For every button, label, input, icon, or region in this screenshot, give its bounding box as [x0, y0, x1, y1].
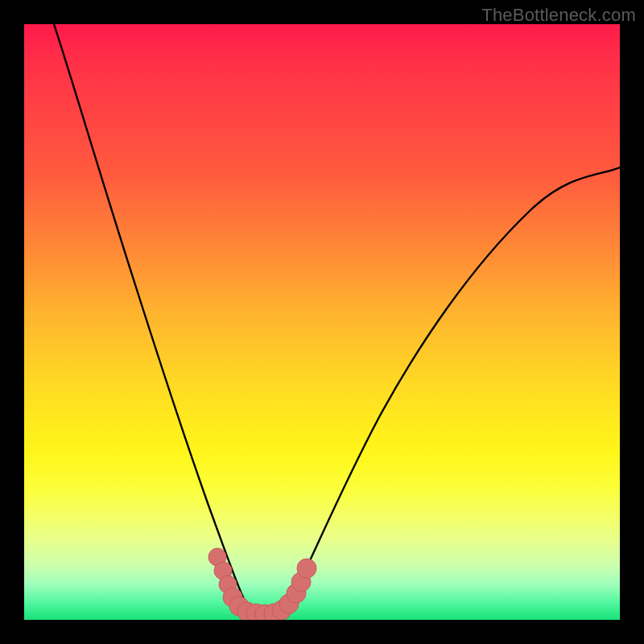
- attribution-text: TheBottleneck.com: [481, 5, 636, 26]
- marker-dot: [297, 559, 316, 578]
- marker-layer: [208, 548, 316, 620]
- plot-area: [24, 24, 620, 620]
- right-curve: [276, 167, 620, 614]
- curve-layer: [54, 24, 620, 614]
- outer-frame: TheBottleneck.com: [0, 0, 644, 644]
- chart-svg: [24, 24, 620, 620]
- left-curve: [54, 24, 255, 614]
